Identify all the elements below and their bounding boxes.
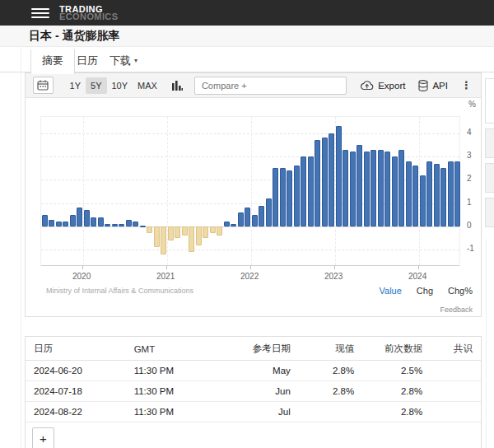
chart-bar[interactable] (336, 126, 342, 226)
tab-summary[interactable]: 摘要 (30, 49, 75, 74)
chart-type-button[interactable] (172, 80, 183, 91)
more-options-icon[interactable]: ⋮ (461, 79, 472, 91)
chart-bar[interactable] (343, 150, 348, 226)
x-tick-label: 2021 (156, 272, 175, 281)
table-row[interactable]: 2024-08-22 11:30 PM Jul 2.8% (26, 402, 481, 422)
chart-bar[interactable] (406, 161, 412, 226)
chart-bar[interactable] (42, 215, 48, 226)
x-axis-tick (166, 266, 167, 269)
calendar-range-button[interactable] (33, 77, 54, 94)
header-previous: 前次数据 (362, 337, 431, 361)
chart-bar[interactable] (91, 217, 96, 226)
chart-bar[interactable] (308, 156, 314, 226)
y-axis-unit-label: % (468, 100, 476, 109)
chart-mode-switcher: Value Chg Chg% (380, 286, 473, 296)
content-left-divider (21, 47, 21, 448)
chart-bar[interactable] (84, 210, 90, 226)
header-calendar: 日历 (26, 337, 126, 361)
chart-bar[interactable] (454, 161, 460, 226)
chart-bar[interactable] (98, 217, 104, 226)
chart-bar[interactable] (412, 166, 418, 226)
calendar-icon (37, 80, 49, 91)
chart-bar[interactable] (126, 220, 132, 226)
table-row[interactable]: 2024-07-18 11:30 PM Jun 2.8% 2.8% (26, 381, 481, 402)
chart-bar[interactable] (77, 208, 82, 226)
export-button[interactable]: Export (360, 80, 405, 91)
trading-economics-logo[interactable]: TRADING ECONOMICS (59, 6, 118, 21)
chart-bar[interactable] (392, 156, 398, 226)
chart-bar[interactable] (49, 220, 54, 226)
column-chart-icon (172, 80, 183, 91)
chart-bar[interactable] (168, 226, 174, 240)
chart-bar[interactable] (448, 161, 454, 226)
chart-bar[interactable] (287, 170, 292, 226)
tab-download[interactable]: 下载▾ (99, 49, 148, 73)
chart-bar[interactable] (322, 138, 328, 226)
chart-bar[interactable] (224, 222, 230, 226)
database-icon (418, 80, 428, 91)
chart-bar[interactable] (259, 206, 264, 226)
compare-input[interactable] (194, 77, 347, 95)
chart-bar[interactable] (140, 226, 146, 227)
chart-bar[interactable] (182, 226, 188, 236)
chart-bar[interactable] (238, 212, 244, 226)
mode-value-link[interactable]: Value (380, 286, 402, 296)
page-title-bar: 日本 - 通货膨胀率 (0, 26, 494, 47)
mode-chgpct-link[interactable]: Chg% (448, 286, 473, 296)
chart-bar[interactable] (231, 224, 236, 226)
api-button[interactable]: API (418, 80, 448, 91)
chart-bar[interactable] (266, 198, 272, 226)
chart-bar[interactable] (440, 168, 446, 226)
hamburger-menu-icon[interactable] (31, 6, 49, 21)
feedback-link[interactable]: Feedback (440, 306, 473, 314)
chart-bar[interactable] (280, 168, 286, 226)
chart-bar[interactable] (70, 215, 76, 226)
chart-bar[interactable] (364, 152, 370, 226)
range-5y-button[interactable]: 5Y (86, 77, 106, 94)
chart-bar[interactable] (329, 133, 334, 226)
chart-bar[interactable] (210, 226, 216, 233)
chart-bar[interactable] (245, 208, 250, 226)
chart-bar[interactable] (350, 152, 356, 226)
chart-bar[interactable] (196, 226, 202, 245)
chart-bar[interactable] (189, 226, 194, 252)
x-axis-tick (334, 266, 335, 269)
chart-bar[interactable] (357, 145, 362, 226)
chart-bar[interactable] (398, 150, 404, 226)
chart-bar[interactable] (426, 161, 432, 226)
chart-bar[interactable] (370, 150, 376, 226)
chart-bar[interactable] (378, 150, 384, 226)
cutoff-widget (485, 163, 494, 193)
table-footer: + (26, 422, 481, 448)
chart-bar[interactable] (175, 226, 180, 238)
chart-bar[interactable] (133, 222, 138, 226)
chart-bar[interactable] (217, 226, 222, 236)
chart-bar[interactable] (56, 222, 62, 226)
range-10y-button[interactable]: 10Y (107, 77, 133, 94)
table-row[interactable]: 2024-06-20 11:30 PM May 2.8% 2.5% (26, 361, 481, 381)
y-tick-label: 3 (467, 151, 472, 160)
chart-bar[interactable] (315, 140, 320, 226)
range-max-button[interactable]: MAX (133, 77, 162, 94)
chart-bar[interactable] (105, 224, 110, 226)
chart-bar[interactable] (154, 226, 160, 247)
chart-bar[interactable] (420, 175, 426, 226)
chart-bar[interactable] (203, 226, 208, 238)
chart-bar[interactable] (252, 215, 258, 226)
add-row-button[interactable]: + (32, 427, 54, 448)
chart-bar[interactable] (294, 166, 300, 226)
range-1y-button[interactable]: 1Y (65, 77, 86, 94)
export-label: Export (378, 81, 405, 91)
header-gmt: GMT (126, 337, 221, 361)
mode-chg-link[interactable]: Chg (417, 286, 433, 296)
gridline (167, 117, 168, 265)
chart-bar[interactable] (273, 168, 278, 226)
chart-bar[interactable] (147, 226, 152, 233)
chart-bar[interactable] (112, 224, 118, 226)
chart-bar[interactable] (63, 222, 68, 226)
chart-bar[interactable] (384, 152, 390, 226)
chart-bar[interactable] (161, 226, 166, 254)
chart-bar[interactable] (119, 224, 124, 226)
chart-bar[interactable] (301, 156, 306, 226)
chart-bar[interactable] (434, 164, 440, 226)
